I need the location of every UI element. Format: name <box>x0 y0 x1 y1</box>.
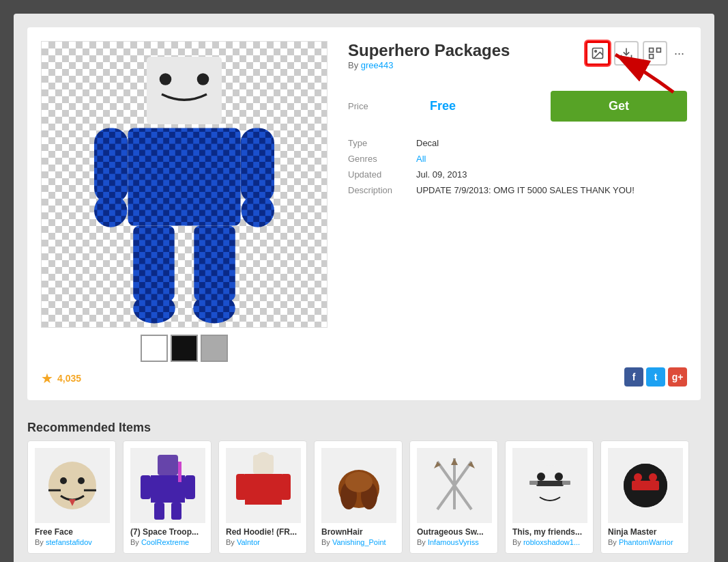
list-item[interactable]: (7) Space Troop... By CoolRextreme <box>123 440 212 554</box>
svg-point-9 <box>133 294 175 324</box>
svg-rect-31 <box>185 475 195 499</box>
thumbnail-white[interactable] <box>141 335 168 362</box>
svg-rect-10 <box>194 226 235 301</box>
list-item[interactable]: Free Face By stefanstafidov <box>27 440 116 554</box>
rec-item-image <box>35 448 110 523</box>
rec-item-name: Outrageous Sw... <box>417 527 491 537</box>
svg-point-55 <box>555 473 563 481</box>
svg-rect-33 <box>171 503 181 520</box>
thumbnail-black[interactable] <box>171 335 198 362</box>
svg-rect-39 <box>248 505 258 520</box>
configure-icon <box>648 46 662 60</box>
genres-row: Genres All <box>348 151 687 167</box>
rec-item-name: This, my friends... <box>512 527 586 537</box>
svg-rect-3 <box>128 128 241 226</box>
details-table: Type Decal Genres All Updated Jul. 09, 2… <box>348 135 687 198</box>
rec-item-name: Ninja Master <box>608 527 682 537</box>
item-character-image <box>42 42 327 327</box>
svg-rect-28 <box>158 455 178 475</box>
toolbar-icons: ··· <box>585 41 687 66</box>
rec-item-image <box>226 448 301 523</box>
twitter-button[interactable]: t <box>646 367 665 387</box>
svg-rect-8 <box>133 226 175 301</box>
rec-item-author: By Valntor <box>226 538 300 546</box>
thumbnail-gray[interactable] <box>201 335 228 362</box>
get-button[interactable]: Get <box>551 91 687 122</box>
rec-item-author: By PhantomWarrior <box>608 538 682 546</box>
updated-label: Updated <box>348 169 416 180</box>
list-item[interactable]: Ninja Master By PhantomWarrior <box>600 440 689 554</box>
svg-point-11 <box>193 294 235 324</box>
item-author: By gree443 <box>348 60 510 70</box>
svg-point-16 <box>595 51 597 53</box>
list-item[interactable]: Red Hoodie! (FR... By Valntor <box>218 440 307 554</box>
rec-item-author: By InfamousVyriss <box>417 538 491 546</box>
rec-item-author: By stefanstafidov <box>35 538 108 546</box>
list-item[interactable]: Outrageous Sw... By InfamousVyriss <box>409 440 498 554</box>
rec-item-image <box>608 448 683 523</box>
svg-point-45 <box>345 472 373 492</box>
svg-rect-20 <box>650 55 654 59</box>
more-button[interactable]: ··· <box>671 44 687 64</box>
recommended-section: Recommended Items Free Face By st <box>14 414 714 562</box>
svg-rect-53 <box>536 481 564 486</box>
facebook-button[interactable]: f <box>624 367 643 387</box>
rec-item-author: By Vanishing_Point <box>321 538 395 546</box>
rec-item-name: (7) Space Troop... <box>130 527 204 537</box>
svg-rect-30 <box>141 475 151 499</box>
rec-item-author: By CoolRextreme <box>130 538 204 546</box>
updated-value: Jul. 09, 2013 <box>416 169 467 180</box>
rec-item-image <box>130 448 205 523</box>
svg-point-24 <box>78 477 85 484</box>
description-row: Description UPDATE 7/9/2013: OMG IT 5000… <box>348 182 687 198</box>
svg-rect-18 <box>650 48 654 53</box>
genres-value[interactable]: All <box>416 154 426 164</box>
type-value: Decal <box>416 138 439 148</box>
configure-button[interactable] <box>643 41 667 66</box>
toolbar-area: ··· <box>585 41 687 66</box>
recommended-grid: Free Face By stefanstafidov (7) <box>14 440 714 562</box>
svg-rect-19 <box>656 48 660 53</box>
type-row: Type Decal <box>348 135 687 151</box>
rec-item-author: By robloxshadow1... <box>512 538 586 546</box>
rec-item-image <box>321 448 396 523</box>
recommended-title: Recommended Items <box>14 414 714 440</box>
download-button[interactable] <box>614 41 639 66</box>
svg-rect-6 <box>241 128 275 203</box>
description-value: UPDATE 7/9/2013: OMG IT 5000 SALES THANK… <box>416 185 635 195</box>
item-title-block: Superhero Packages By gree443 <box>348 41 510 84</box>
svg-rect-37 <box>236 474 246 500</box>
svg-point-2 <box>197 73 209 85</box>
social-icons: f t g+ <box>624 367 687 387</box>
svg-point-5 <box>94 194 127 227</box>
googleplus-button[interactable]: g+ <box>668 367 687 387</box>
list-item[interactable]: BrownHair By Vanishing_Point <box>314 440 403 554</box>
svg-point-62 <box>649 473 657 481</box>
list-item[interactable]: This, my friends... By robloxshadow1... <box>505 440 594 554</box>
image-view-button[interactable] <box>585 41 610 66</box>
author-link[interactable]: gree443 <box>361 60 394 70</box>
svg-rect-38 <box>280 474 291 500</box>
price-label: Price <box>348 101 416 111</box>
type-label: Type <box>348 138 416 148</box>
genres-label: Genres <box>348 154 416 164</box>
svg-rect-4 <box>94 128 128 203</box>
item-rating: ★ 4,035 <box>41 370 327 387</box>
svg-point-7 <box>242 194 274 227</box>
item-image-wrapper <box>41 41 327 328</box>
item-title: Superhero Packages <box>348 41 510 60</box>
rating-count: 4,035 <box>57 373 81 384</box>
rec-item-name: Free Face <box>35 527 108 537</box>
svg-point-41 <box>255 452 272 468</box>
star-icon: ★ <box>41 370 53 387</box>
svg-rect-34 <box>178 462 181 482</box>
svg-rect-57 <box>562 481 570 485</box>
svg-rect-32 <box>154 503 164 520</box>
svg-rect-36 <box>245 474 282 505</box>
rec-item-image <box>417 448 492 523</box>
svg-point-54 <box>537 473 545 481</box>
price-get-row: Price Free Get <box>348 91 687 122</box>
rec-item-name: Red Hoodie! (FR... <box>226 527 300 537</box>
description-label: Description <box>348 185 416 195</box>
download-icon <box>620 46 633 60</box>
